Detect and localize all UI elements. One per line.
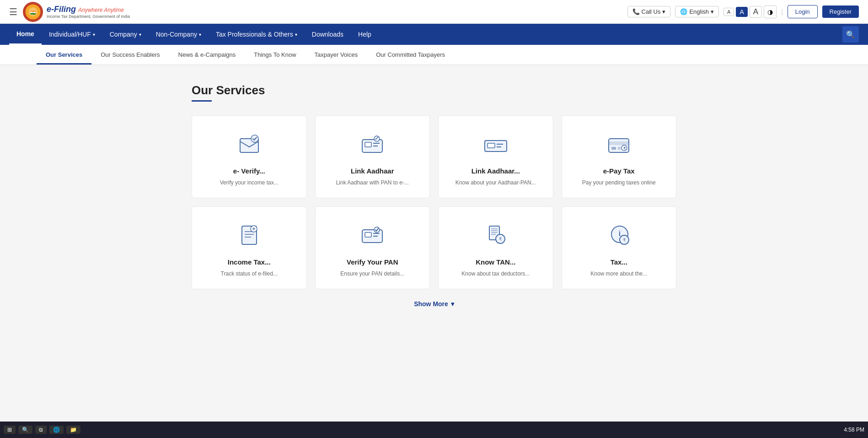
- font-large-button[interactable]: A: [750, 6, 762, 18]
- verify-pan-icon: [358, 221, 387, 250]
- link-aadhaar-icon: [358, 130, 387, 159]
- logo-text: e-Filing Anywhere Anytime Income Tax Dep…: [47, 5, 130, 19]
- sub-nav-news[interactable]: News & e-Campaigns: [169, 45, 245, 65]
- service-card-income-tax[interactable]: Income Tax... Track status of e-filed...: [192, 206, 307, 289]
- know-tan-name: Know TAN...: [476, 258, 515, 266]
- nav-item-company[interactable]: Company ▾: [102, 24, 149, 45]
- nav-items: Home Individual/HUF ▾ Company ▾ Non-Comp…: [9, 24, 842, 45]
- show-more-button[interactable]: Show More ▾: [414, 300, 454, 308]
- nav-item-individual-huf[interactable]: Individual/HUF ▾: [42, 24, 102, 45]
- e-pay-icon: ₹: [604, 130, 633, 159]
- income-tax-icon: [235, 221, 264, 250]
- call-us-label: Call Us: [642, 8, 661, 15]
- svg-rect-11: [488, 143, 495, 148]
- sub-nav-things-to-know[interactable]: Things To Know: [245, 45, 305, 65]
- font-medium-button[interactable]: A: [736, 7, 747, 17]
- language-selector[interactable]: 🌐 English ▾: [675, 6, 719, 17]
- service-card-tax-info[interactable]: i ₹ Tax... Know more about the...: [562, 206, 677, 289]
- svg-rect-15: [609, 141, 629, 145]
- top-bar-left: ☰ 🇮🇳 e-Filing Anywhere Anytime Income Ta…: [9, 2, 130, 22]
- tax-info-icon: i ₹: [604, 221, 633, 250]
- svg-text:₹: ₹: [499, 237, 502, 242]
- tax-info-desc: Know more about the...: [590, 270, 647, 278]
- sub-nav-taxpayer-voices[interactable]: Taxpayer Voices: [305, 45, 367, 65]
- service-card-e-verify[interactable]: e- Verify... Verify your income tax...: [192, 115, 307, 198]
- verify-pan-desc: Ensure your PAN details...: [340, 270, 404, 278]
- top-bar: ☰ 🇮🇳 e-Filing Anywhere Anytime Income Ta…: [0, 0, 868, 24]
- call-us-button[interactable]: 📞 Call Us ▾: [627, 6, 671, 17]
- service-card-link-aadhaar-status[interactable]: Link Aadhaar... Know about your Aadhaar-…: [438, 115, 553, 198]
- nav-item-non-company[interactable]: Non-Company ▾: [149, 24, 209, 45]
- contrast-button[interactable]: ◑: [764, 5, 777, 18]
- phone-icon: 📞: [632, 8, 640, 15]
- sub-nav-committed-taxpayers[interactable]: Our Committed Taxpayers: [367, 45, 454, 65]
- nav-item-home[interactable]: Home: [9, 24, 42, 45]
- sub-nav: Our Services Our Success Enablers News &…: [0, 45, 868, 65]
- language-label: English: [689, 8, 709, 15]
- income-tax-name: Income Tax...: [228, 258, 271, 266]
- nav-search-button[interactable]: 🔍: [842, 26, 859, 43]
- sub-nav-success-enablers[interactable]: Our Success Enablers: [91, 45, 169, 65]
- logo-tagline: Income Tax Department, Government of Ind…: [47, 14, 130, 19]
- login-button[interactable]: Login: [788, 5, 818, 18]
- individual-huf-chevron: ▾: [93, 32, 95, 37]
- page-title: Our Services: [192, 83, 676, 97]
- show-more-area: Show More ▾: [192, 300, 676, 308]
- logo-area: 🇮🇳 e-Filing Anywhere Anytime Income Tax …: [23, 2, 130, 22]
- svg-point-4: [251, 135, 258, 142]
- company-chevron: ▾: [139, 32, 141, 37]
- show-more-chevron: ▾: [451, 300, 454, 308]
- link-aadhaar-status-desc: Know about your Aadhaar-PAN...: [455, 178, 536, 187]
- e-pay-name: e-Pay Tax: [603, 167, 635, 175]
- link-aadhaar-status-icon: [481, 130, 510, 159]
- nav-item-downloads[interactable]: Downloads: [305, 24, 351, 45]
- sub-nav-our-services[interactable]: Our Services: [37, 45, 91, 65]
- svg-rect-6: [365, 142, 371, 147]
- show-more-label: Show More: [414, 300, 448, 308]
- register-button[interactable]: Register: [822, 5, 859, 18]
- link-aadhaar-name: Link Aadhaar: [351, 167, 394, 175]
- tax-professionals-chevron: ▾: [295, 32, 297, 37]
- tax-info-name: Tax...: [611, 258, 627, 266]
- page-content: Our Services e- Verify... Verify your in…: [182, 83, 686, 308]
- call-us-chevron: ▾: [662, 8, 665, 15]
- services-grid-row2: Income Tax... Track status of e-filed...…: [192, 206, 676, 289]
- link-aadhaar-status-name: Link Aadhaar...: [472, 167, 520, 175]
- service-card-know-tan[interactable]: ₹ Know TAN... Know about tax deductors..…: [438, 206, 553, 289]
- know-tan-icon: ₹: [481, 221, 510, 250]
- service-card-e-pay[interactable]: ₹ e-Pay Tax Pay your pending taxes onlin…: [562, 115, 677, 198]
- svg-text:🇮🇳: 🇮🇳: [30, 10, 36, 16]
- non-company-chevron: ▾: [199, 32, 201, 37]
- know-tan-desc: Know about tax deductors...: [461, 270, 530, 278]
- services-grid-row1: e- Verify... Verify your income tax... L…: [192, 115, 676, 198]
- e-verify-name: e- Verify...: [233, 167, 265, 175]
- language-chevron: ▾: [711, 8, 714, 15]
- e-verify-icon: [235, 130, 264, 159]
- service-card-link-aadhaar[interactable]: Link Aadhaar Link Aadhaar with PAN to e-…: [315, 115, 430, 198]
- e-pay-desc: Pay your pending taxes online: [582, 178, 656, 187]
- service-card-verify-pan[interactable]: Verify Your PAN Ensure your PAN details.…: [315, 206, 430, 289]
- main-nav: Home Individual/HUF ▾ Company ▾ Non-Comp…: [0, 24, 868, 45]
- title-underline: [192, 100, 212, 102]
- svg-rect-16: [611, 147, 616, 150]
- verify-pan-name: Verify Your PAN: [347, 258, 398, 266]
- font-controls: A A A ◑: [723, 5, 777, 18]
- font-small-button[interactable]: A: [723, 8, 734, 16]
- top-bar-right: 📞 Call Us ▾ 🌐 English ▾ A A A ◑ | Login …: [627, 5, 859, 18]
- nav-item-tax-professionals[interactable]: Tax Professionals & Others ▾: [209, 24, 305, 45]
- svg-rect-17: [618, 147, 621, 150]
- globe-icon: 🌐: [680, 8, 687, 15]
- hamburger-menu[interactable]: ☰: [9, 6, 17, 17]
- income-tax-desc: Track status of e-filed...: [221, 270, 278, 278]
- svg-text:₹: ₹: [623, 238, 626, 243]
- svg-text:i: i: [619, 230, 621, 238]
- logo-title: e-Filing Anywhere Anytime: [47, 5, 130, 14]
- svg-rect-28: [365, 233, 371, 237]
- link-aadhaar-desc: Link Aadhaar with PAN to e-...: [336, 178, 409, 187]
- nav-item-help[interactable]: Help: [351, 24, 379, 45]
- e-verify-desc: Verify your income tax...: [220, 178, 279, 187]
- logo-emblem: 🇮🇳: [23, 2, 43, 22]
